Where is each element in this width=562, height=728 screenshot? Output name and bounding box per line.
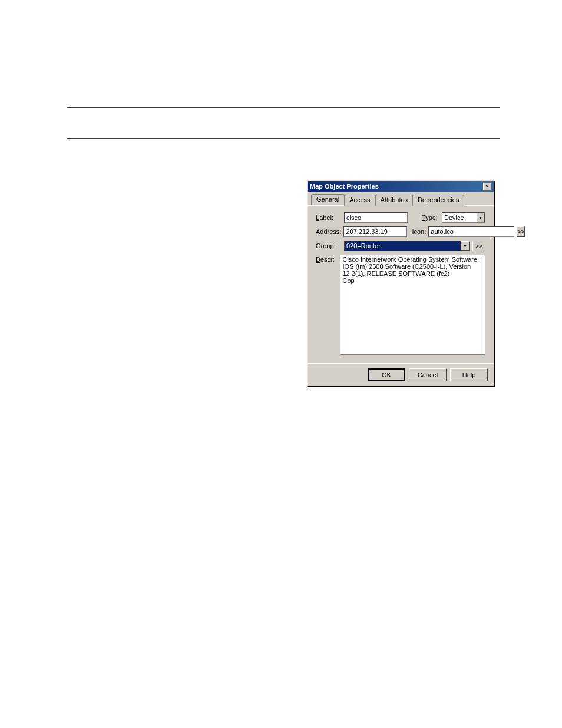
divider-line-2 (67, 138, 500, 139)
icon-input[interactable] (428, 226, 514, 237)
group-dropdown-arrow[interactable]: ▼ (461, 241, 470, 251)
dialog-title: Map Object Properties (310, 183, 379, 190)
close-button[interactable]: × (483, 183, 491, 190)
address-field-label: Address: (316, 228, 341, 235)
tab-dependencies[interactable]: Dependencies (412, 195, 464, 206)
map-object-properties-dialog: Map Object Properties × General Access A… (307, 180, 494, 387)
label-input[interactable] (344, 212, 408, 223)
label-field-label: Label: (316, 214, 342, 221)
dialog-titlebar: Map Object Properties × (308, 181, 494, 192)
icon-browse-button[interactable]: >> (517, 226, 525, 237)
tab-general[interactable]: General (311, 194, 345, 205)
cancel-button[interactable]: Cancel (409, 368, 447, 381)
ok-button[interactable]: OK (368, 368, 405, 381)
dialog-button-bar: OK Cancel Help (308, 363, 494, 386)
group-selected-value: 020=Router (345, 241, 461, 251)
address-input[interactable] (343, 226, 407, 237)
group-browse-button[interactable]: >> (472, 241, 485, 251)
help-button[interactable]: Help (450, 368, 488, 381)
tab-strip: General Access Attributes Dependencies (308, 192, 494, 206)
description-textarea[interactable] (340, 255, 485, 355)
descr-field-label: Descr: (316, 255, 338, 263)
group-select[interactable]: 020=Router ▼ (344, 241, 470, 251)
divider-line-1 (67, 107, 500, 108)
tab-access[interactable]: Access (344, 195, 375, 206)
type-field-label: Type: (422, 214, 439, 221)
group-field-label: Group: (316, 242, 342, 249)
tab-attributes[interactable]: Attributes (375, 195, 413, 206)
type-dropdown-arrow[interactable]: ▼ (476, 213, 485, 222)
icon-field-label: Icon: (412, 228, 426, 235)
tab-panel-general: Label: Type: ▼ Address: Icon: >> Group: … (311, 206, 490, 363)
